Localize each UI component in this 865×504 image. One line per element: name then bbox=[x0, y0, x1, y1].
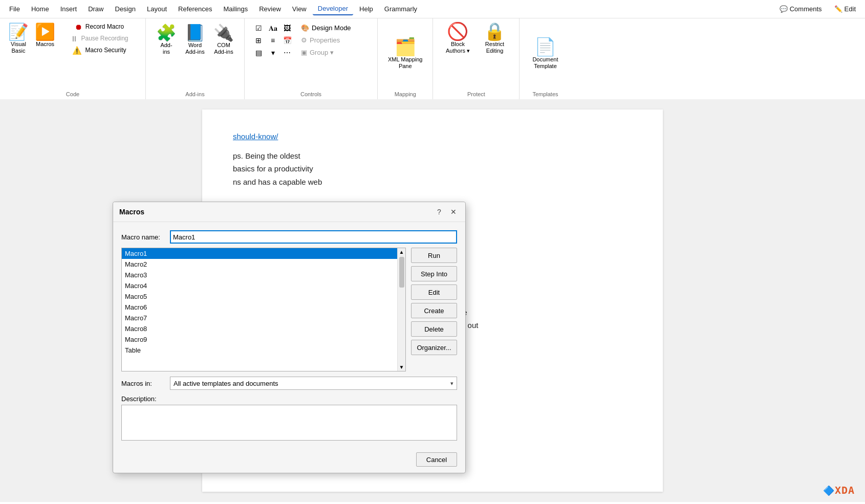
macro-list-item-9[interactable]: Macro9 bbox=[122, 334, 397, 345]
macros-icon: ▶️ bbox=[35, 24, 55, 40]
macros-in-select[interactable]: All active templates and documents ▾ bbox=[170, 377, 457, 390]
macro-list-scrollbar[interactable]: ▲ ▼ bbox=[397, 248, 405, 371]
macro-list-container: Macro1 Macro2 Macro3 Macro4 Macro5 Macro… bbox=[121, 248, 457, 371]
menu-file[interactable]: File bbox=[4, 3, 25, 15]
com-add-ins-icon: 🔌 bbox=[213, 25, 234, 41]
text-ctrl-icon[interactable]: 𝐀𝐚 bbox=[266, 23, 279, 34]
macro-list-item-4[interactable]: Macro4 bbox=[122, 280, 397, 291]
menu-developer[interactable]: Developer bbox=[313, 3, 353, 15]
controls-group-label: Controls bbox=[245, 91, 377, 97]
cancel-button[interactable]: Cancel bbox=[416, 452, 457, 467]
document-template-button[interactable]: 📄 DocumentTemplate bbox=[527, 36, 564, 72]
xml-mapping-label: XML MappingPane bbox=[388, 56, 422, 70]
doc-para-3: ns and has a capable web bbox=[233, 176, 632, 189]
visual-basic-button[interactable]: 📝 VisualBasic bbox=[5, 21, 32, 56]
checkbox-icon[interactable]: ☑ bbox=[252, 23, 265, 34]
ribbon-addins-group: 🧩 Add-ins 📘 WordAdd-ins 🔌 COMAdd-ins Add… bbox=[146, 18, 245, 99]
delete-button[interactable]: Delete bbox=[411, 321, 457, 337]
macro-list-item-2[interactable]: Macro2 bbox=[122, 259, 397, 270]
ribbon-protect-group: 🚫 BlockAuthors ▾ 🔒 RestrictEditing Prote… bbox=[433, 18, 520, 99]
menu-mailings[interactable]: Mailings bbox=[219, 3, 253, 15]
menu-right-actions: 💬 Comments ✏️ Edit bbox=[774, 3, 861, 15]
properties-button[interactable]: ⚙ Properties bbox=[297, 35, 355, 46]
create-button[interactable]: Create bbox=[411, 303, 457, 318]
macro-name-input[interactable] bbox=[170, 230, 457, 244]
ribbon-controls-group: ☑ 𝐀𝐚 🖼 ⊞ ≡ 📅 ▤ ▾ ⋯ 🎨 Design Mode bbox=[245, 18, 378, 99]
edit-button[interactable]: Edit bbox=[411, 284, 457, 300]
add-ins-icon: 🧩 bbox=[156, 25, 177, 41]
add-ins-button[interactable]: 🧩 Add-ins bbox=[153, 20, 180, 55]
pause-recording-button[interactable]: ⏸ Pause Recording bbox=[58, 33, 140, 44]
word-add-ins-button[interactable]: 📘 WordAdd-ins bbox=[182, 20, 208, 55]
pause-recording-label: Pause Recording bbox=[81, 35, 128, 42]
restrict-editing-icon: 🔒 bbox=[484, 23, 505, 40]
macro-list-item-table[interactable]: Table bbox=[122, 345, 397, 356]
templates-group-label: Templates bbox=[520, 91, 571, 97]
macro-list[interactable]: Macro1 Macro2 Macro3 Macro4 Macro5 Macro… bbox=[122, 248, 397, 371]
macros-dialog: Macros ? ✕ Macro name: Macro1 Macro2 Mac… bbox=[113, 202, 466, 473]
protect-group-label: Protect bbox=[433, 91, 519, 97]
dialog-footer: Cancel bbox=[113, 448, 465, 473]
design-mode-button[interactable]: 🎨 Design Mode bbox=[297, 23, 355, 33]
document-template-icon: 📄 bbox=[534, 38, 556, 55]
visual-basic-label: VisualBasic bbox=[11, 41, 26, 54]
doc-link[interactable]: should-know/ bbox=[233, 130, 632, 143]
dropdown-ctrl-icon[interactable]: ▾ bbox=[266, 47, 279, 58]
macros-in-value: All active templates and documents bbox=[174, 380, 278, 387]
properties-icon: ⚙ bbox=[301, 36, 307, 44]
record-macro-label: Record Macro bbox=[85, 23, 124, 30]
menu-bar: File Home Insert Draw Design Layout Refe… bbox=[0, 0, 865, 18]
macro-list-item-5[interactable]: Macro5 bbox=[122, 291, 397, 302]
menu-view[interactable]: View bbox=[287, 3, 312, 15]
date-ctrl-icon[interactable]: 📅 bbox=[280, 35, 294, 46]
menu-insert[interactable]: Insert bbox=[55, 3, 82, 15]
record-macro-button[interactable]: ⏺ Record Macro bbox=[58, 21, 140, 32]
xda-logo: 🔷XDA bbox=[823, 484, 855, 497]
menu-edit[interactable]: ✏️ Edit bbox=[829, 3, 861, 15]
ribbon-code-group: 📝 VisualBasic ▶️ Macros ⏺ Record Macro ⏸… bbox=[0, 18, 146, 99]
dialog-title: Macros bbox=[119, 208, 144, 216]
restrict-editing-button[interactable]: 🔒 RestrictEditing bbox=[477, 20, 512, 56]
menu-help[interactable]: Help bbox=[354, 3, 378, 15]
step-into-button[interactable]: Step Into bbox=[411, 266, 457, 281]
table-ctrl-icon[interactable]: ⊞ bbox=[252, 35, 265, 46]
block-authors-button[interactable]: 🚫 BlockAuthors ▾ bbox=[440, 20, 475, 56]
menu-design[interactable]: Design bbox=[110, 3, 141, 15]
list-ctrl-icon[interactable]: ≡ bbox=[266, 35, 279, 46]
mapping-group-label: Mapping bbox=[378, 91, 432, 97]
run-button[interactable]: Run bbox=[411, 248, 457, 263]
xml-mapping-pane-button[interactable]: 🗂️ XML MappingPane bbox=[385, 36, 425, 72]
macros-button[interactable]: ▶️ Macros bbox=[32, 21, 58, 50]
dialog-close-button[interactable]: ✕ bbox=[448, 206, 459, 217]
menu-references[interactable]: References bbox=[173, 3, 217, 15]
group-button[interactable]: ▣ Group ▾ bbox=[297, 47, 355, 58]
macro-list-item-1[interactable]: Macro1 bbox=[122, 248, 397, 259]
dialog-help-button[interactable]: ? bbox=[434, 206, 445, 217]
addins-group-label: Add-ins bbox=[146, 91, 244, 97]
add-ins-label: Add-ins bbox=[160, 42, 172, 55]
menu-layout[interactable]: Layout bbox=[142, 3, 172, 15]
menu-comments[interactable]: 💬 Comments bbox=[774, 3, 827, 15]
organizer-button[interactable]: Organizer... bbox=[411, 340, 457, 355]
menu-home[interactable]: Home bbox=[26, 3, 54, 15]
image-ctrl-icon[interactable]: 🖼 bbox=[280, 23, 294, 34]
dialog-body: Macro name: Macro1 Macro2 Macro3 Macro4 … bbox=[113, 222, 465, 448]
design-mode-label: Design Mode bbox=[312, 24, 351, 32]
restrict-editing-label: RestrictEditing bbox=[485, 41, 504, 54]
macro-list-item-3[interactable]: Macro3 bbox=[122, 270, 397, 280]
more-ctrl-icon[interactable]: ⋯ bbox=[280, 47, 294, 58]
ribbon-mapping-group: 🗂️ XML MappingPane Mapping bbox=[378, 18, 433, 99]
macro-list-item-6[interactable]: Macro6 bbox=[122, 302, 397, 313]
com-add-ins-button[interactable]: 🔌 COMAdd-ins bbox=[210, 20, 237, 55]
macro-list-item-8[interactable]: Macro8 bbox=[122, 323, 397, 334]
menu-grammarly[interactable]: Grammarly bbox=[379, 3, 422, 15]
combo-ctrl-icon[interactable]: ▤ bbox=[252, 47, 265, 58]
menu-draw[interactable]: Draw bbox=[83, 3, 109, 15]
record-macro-icon: ⏺ bbox=[75, 23, 82, 31]
macro-list-item-7[interactable]: Macro7 bbox=[122, 313, 397, 323]
menu-review[interactable]: Review bbox=[254, 3, 286, 15]
description-textarea[interactable] bbox=[121, 405, 457, 441]
ribbon: 📝 VisualBasic ▶️ Macros ⏺ Record Macro ⏸… bbox=[0, 18, 865, 99]
design-mode-icon: 🎨 bbox=[301, 24, 309, 32]
macro-security-button[interactable]: ⚠️ Macro Security bbox=[58, 45, 140, 56]
